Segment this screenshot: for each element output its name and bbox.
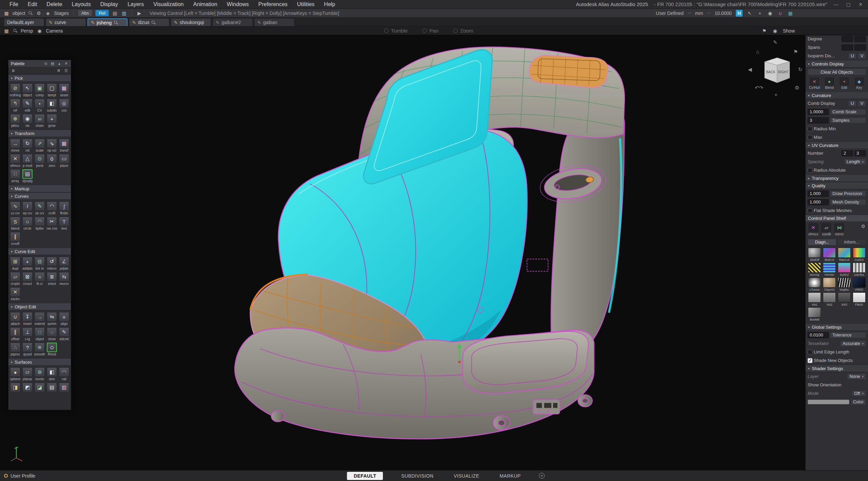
grid-size-value[interactable]: 10.0000 (714, 11, 732, 16)
shelf-tool[interactable]: ✕ xfrmcv (808, 224, 818, 236)
layer-tab[interactable]: DefaultLayer (4, 18, 44, 26)
add-workspace-button[interactable]: + (539, 473, 545, 479)
shading-mode[interactable]: FileSt (852, 292, 866, 306)
uv-number-u-field[interactable]: 2 (842, 150, 853, 156)
shader-color-swatch[interactable] (808, 400, 849, 404)
workspace-tab[interactable]: VISUALIZE (452, 472, 481, 480)
viewcube-face-right[interactable]: RIGHT (778, 70, 788, 74)
maximize-button[interactable]: ▢ (846, 2, 851, 7)
palette-section-transform[interactable]: Transform (8, 130, 71, 137)
tolerance-button[interactable]: Tolerance (830, 332, 866, 338)
palette-tool[interactable]: ↻rot (21, 138, 34, 153)
palette-tool[interactable]: ⊥t-rg (21, 327, 34, 342)
search-icon[interactable] (28, 11, 33, 15)
camera-name[interactable]: Persp (21, 28, 33, 34)
palette-tool[interactable]: ◨ (9, 382, 21, 397)
shade-new-objects-checkbox[interactable] (808, 358, 812, 363)
units-label[interactable]: mm (695, 11, 703, 16)
shading-mode[interactable]: Vis3 (837, 292, 851, 306)
palette-tool[interactable]: ◠crvfil (46, 201, 58, 216)
workspace-tab[interactable]: SUBDIVISION (399, 472, 436, 480)
shader-color-button[interactable]: Color (851, 399, 866, 405)
palette-tool[interactable]: ↖object (21, 83, 34, 98)
palette-tool[interactable]: Sblend (9, 216, 21, 231)
palette-tool[interactable]: ≡align (58, 311, 70, 327)
palette-tool[interactable]: △p mod (21, 153, 34, 169)
viewcube-cube[interactable]: BACK RIGHT (762, 56, 792, 85)
palette-tool[interactable]: ≣srtsct (46, 271, 58, 287)
shading-mode[interactable]: Isopho (837, 277, 851, 291)
home-icon[interactable]: ⌂ (756, 49, 759, 55)
rel-button[interactable]: Rel (95, 10, 109, 16)
palette-tool[interactable]: ▤ (46, 382, 58, 397)
menu-item[interactable]: Visualization (149, 1, 189, 7)
palette-tool[interactable]: +addpts (21, 256, 34, 271)
spacing-dropdown[interactable]: Length (844, 159, 866, 165)
shelf-tool[interactable]: ▱ xsedit (822, 224, 831, 236)
pin-icon[interactable]: ⊙ (43, 61, 48, 66)
menu-item[interactable]: File (5, 1, 23, 7)
palette-tool[interactable]: ∠prjtan (58, 256, 70, 271)
shading-mode[interactable]: MulCol (823, 248, 836, 262)
palette-tool[interactable]: ≈fit cr (34, 271, 46, 287)
shelf-tool[interactable]: ⋈ mirror (834, 224, 844, 236)
draw-precision-button[interactable]: Draw Precision (830, 191, 866, 197)
palette-tool[interactable]: ▦seset (58, 83, 70, 98)
history-toggle-button[interactable]: H (736, 10, 743, 17)
layer-tab[interactable]: curve (46, 18, 86, 26)
palette-tool[interactable]: ◌close (46, 327, 58, 342)
shading-mode[interactable]: Vis2 (823, 292, 836, 306)
palette-tool[interactable]: ∴ptprec (9, 342, 21, 357)
palette-tool[interactable]: ✎edit (21, 98, 34, 113)
palette-tool[interactable]: ▦transf (58, 138, 70, 153)
radius-min-checkbox[interactable] (808, 127, 812, 131)
radius-absolute-checkbox[interactable] (808, 168, 812, 173)
palette-tool[interactable]: →extend (34, 311, 46, 327)
magnifier-icon[interactable] (114, 20, 118, 25)
palette-tool[interactable]: ↺rebcrv (46, 256, 58, 271)
palette-tool[interactable]: ↰ref (9, 98, 21, 113)
palette-tool[interactable]: ◎cos (58, 98, 70, 113)
palette-section-curves[interactable]: Curves (8, 192, 71, 200)
layer-tab[interactable]: gaiban#2 (213, 18, 253, 26)
palette-tool[interactable]: ▢templ (46, 83, 58, 98)
rotate-left-icon[interactable]: ◀ (748, 66, 752, 73)
panel-icon[interactable]: ▦ (3, 28, 9, 34)
clear-all-objects-button[interactable]: Clear All Objects (808, 69, 866, 75)
menu-item[interactable]: Utilities (292, 1, 319, 7)
eye-icon[interactable]: ◉ (767, 11, 773, 16)
palette-tool[interactable]: ⊞dupl (9, 256, 21, 271)
show-menu[interactable]: Show (783, 28, 795, 34)
flat-shade-checkbox[interactable] (808, 208, 812, 213)
display-toggle[interactable]: ◆ Key (852, 78, 866, 90)
section-uv-curvature[interactable]: UV Curvature (806, 141, 868, 149)
palette-tool[interactable]: ✎edcmt (58, 327, 70, 342)
palette-tool[interactable]: ◩ (21, 382, 34, 397)
shading-mode[interactable]: BoxMd (808, 307, 822, 321)
palette-tool[interactable]: ⇗scale (34, 138, 46, 153)
palette-tool[interactable]: ?qryed (21, 342, 34, 357)
hamburger-icon[interactable]: ☰ (64, 69, 68, 73)
palette-tool[interactable]: ⊠crvsct (21, 271, 34, 287)
palette-section-object-edit[interactable]: Object Edit (8, 303, 71, 310)
palette-tool[interactable]: ▤dynplg (21, 169, 34, 184)
workspace-tab[interactable]: MARKUP (497, 472, 522, 480)
palette-tool[interactable]: ∥crvoff (9, 231, 21, 247)
palette-tool[interactable]: ◠rail (58, 367, 70, 382)
palette-tool[interactable]: □objed (34, 327, 46, 342)
layer-tab[interactable]: gaiban (254, 18, 294, 26)
palette-tool[interactable]: ◇ffmod (46, 342, 58, 357)
crosshair-icon[interactable]: + (757, 11, 763, 16)
section-transparency[interactable]: Transparency (806, 174, 868, 182)
minimize-button[interactable]: — (833, 2, 839, 7)
comb-scale-field[interactable]: 1.0000 (808, 109, 829, 115)
palette-tool[interactable]: ⊙pivot (34, 153, 46, 169)
workspace-tab[interactable]: DEFAULT (347, 472, 383, 480)
shading-mode[interactable]: HorVer (823, 263, 836, 276)
palette-tool[interactable]: ▱crvpln (9, 271, 21, 287)
palette-tool[interactable]: ∷array (9, 169, 21, 184)
orbit-arrows-icon[interactable]: ↶↷ (755, 85, 763, 91)
radius-max-checkbox[interactable] (808, 135, 812, 140)
section-global-settings[interactable]: Global Settings (806, 323, 868, 331)
section-quality[interactable]: Quality (806, 182, 868, 189)
